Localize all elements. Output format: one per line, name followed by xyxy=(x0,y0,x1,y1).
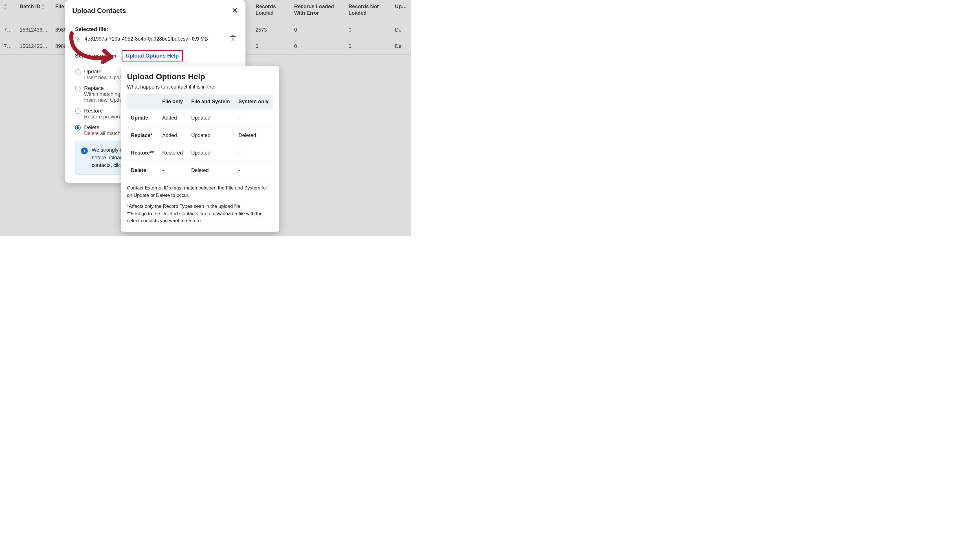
file-name: 4e81997a-719a-4952-8e4b-0d928be1fbdf.csv xyxy=(85,36,188,42)
attachment-icon: 📎 xyxy=(75,37,81,42)
modal-title: Upload Contacts xyxy=(72,7,126,15)
radio-icon[interactable] xyxy=(75,108,81,114)
help-row: Replace*AddedUpdatedDeleted xyxy=(127,127,273,144)
popover-note: Contact External IDs must match between … xyxy=(127,184,273,199)
file-size: 0.9 MB xyxy=(192,36,208,42)
help-row: Restore**RestoredUpdated- xyxy=(127,144,273,162)
popover-footnote: *Affects only the Record Types seen in t… xyxy=(127,203,273,210)
selected-file-label: Selected file: xyxy=(75,26,238,32)
radio-icon[interactable] xyxy=(75,69,81,75)
upload-options-help-link[interactable]: Upload Options Help xyxy=(126,53,179,58)
upload-options-help-popover: Upload Options Help What happens to a co… xyxy=(121,66,279,232)
popover-title: Upload Options Help xyxy=(127,72,273,81)
info-icon: i xyxy=(81,147,88,154)
popover-footnote: **First go to the Deleted Contacts tab t… xyxy=(127,210,273,225)
select-option-label: Select an option xyxy=(75,53,117,59)
popover-subtitle: What happens to a contact if it is in th… xyxy=(127,84,273,90)
help-row: Delete-Deleted- xyxy=(127,162,273,179)
help-row: UpdateAddedUpdated- xyxy=(127,109,273,127)
svg-rect-5 xyxy=(232,36,234,37)
radio-icon[interactable] xyxy=(75,86,81,92)
close-icon[interactable]: ✕ xyxy=(232,7,238,15)
trash-icon[interactable] xyxy=(230,35,236,43)
upload-options-help-highlight: Upload Options Help xyxy=(122,50,183,62)
help-matrix-table: File only File and System System only Up… xyxy=(127,94,273,179)
radio-icon[interactable] xyxy=(75,125,81,130)
